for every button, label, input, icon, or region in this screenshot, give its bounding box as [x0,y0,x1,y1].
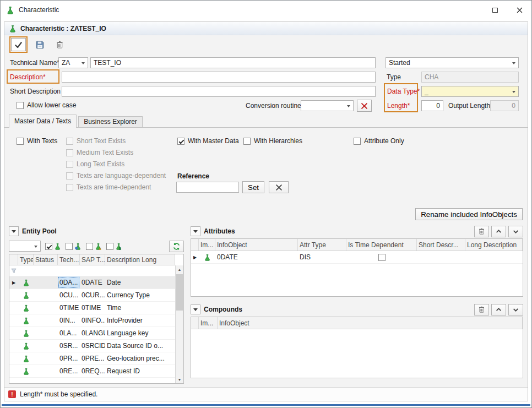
cell-desc: Data Source ID o... [105,340,175,352]
conversion-routine-combo[interactable] [301,100,354,111]
with-hierarchies-checkbox[interactable]: With Hierarchies [243,137,302,145]
filter-units-checkbox[interactable] [66,243,82,250]
cell-desc: Date [105,276,175,289]
data-type-combo[interactable]: _ [421,86,519,97]
status-combo[interactable]: Started [386,57,519,68]
vertical-scrollbar[interactable]: ▲ ▼ [175,265,183,383]
move-attribute-down-button[interactable] [508,226,523,237]
characteristic-icon [23,304,30,312]
column-header-tech[interactable]: Tech... [58,254,80,265]
rename-included-infoobjects-button[interactable]: Rename included InfoObjects [415,208,523,220]
table-row[interactable]: ▶ 0DATE DIS [191,251,523,264]
long-text-exists-checkbox[interactable]: Long Text Exists [66,160,124,168]
characteristic-icon [23,330,30,337]
filter-key-figures-checkbox[interactable]: $ [106,243,122,250]
description-input[interactable] [62,72,376,83]
checkbox-icon [17,102,24,109]
chevron-up-icon [496,229,502,235]
time-dependent-checkbox[interactable] [378,254,386,261]
reference-clear-button[interactable] [269,181,289,193]
attributes-table: Im... InfoObject Attr Type Is Time Depen… [191,238,523,297]
characteristic-icon [204,254,211,261]
scroll-up-icon[interactable]: ▲ [176,265,183,273]
tab-business-explorer[interactable]: Business Explorer [78,116,143,128]
column-header-infoobject[interactable]: InfoObject [218,317,523,329]
column-header-description[interactable]: Description Long [105,254,175,265]
form-header: Characteristic : ZATEST_IO [4,22,528,35]
column-header-is-time-dependent[interactable]: Is Time Dependent [346,239,417,251]
reference-set-button[interactable]: Set [242,181,264,193]
table-row[interactable]: 0CU... 0CUR... Currency Type [9,289,175,302]
short-description-input[interactable] [62,86,376,97]
rename-row: Rename included InfoObjects [4,204,528,224]
clear-conversion-routine-button[interactable] [357,100,372,112]
column-header-im[interactable]: Im... [199,317,218,329]
move-compound-up-button[interactable] [491,304,506,315]
chevron-down-icon [193,230,198,235]
table-row[interactable]: 0TIME 0TIME Time [9,302,175,314]
with-texts-checkbox[interactable]: With Texts [17,137,57,145]
delete-compound-button[interactable] [474,304,489,315]
technical-name-label: Technical Name* [10,57,59,68]
table-row[interactable]: 0LA... 0LANGU Language key [9,327,175,340]
attribute-only-checkbox[interactable]: Attribute Only [354,137,404,145]
tab-master-data-texts[interactable]: Master Data / Texts [9,115,77,128]
table-row[interactable]: ▶ 0DA... 0DATE Date [9,276,175,289]
characteristic-icon [6,6,14,14]
filter-attributes-checkbox[interactable]: A [86,243,102,250]
refresh-button[interactable] [169,241,184,252]
allow-lower-case-checkbox[interactable]: Allow lower case [17,101,76,109]
table-row[interactable]: 0RE... 0REQ... Request ID [9,365,175,378]
maximize-button[interactable] [483,1,507,19]
delete-button[interactable] [52,38,67,51]
characteristic-type-icon [54,243,61,250]
close-button[interactable] [507,1,531,19]
entity-pool-panel: Entity Pool A $ Type Status Tech... [9,224,184,384]
cell-sap: 0LANGU [80,327,105,339]
collapse-attributes-button[interactable] [191,226,200,236]
delete-attribute-button[interactable] [474,226,489,237]
texts-time-dependent-checkbox[interactable]: Texts are time-dependent [66,183,151,191]
collapse-compounds-button[interactable] [191,304,200,314]
namespace-combo[interactable]: ZA [58,57,88,68]
filter-row[interactable] [9,265,175,276]
length-input[interactable]: 0 [421,100,443,111]
svg-text:$: $ [119,246,121,249]
reference-input[interactable] [176,182,239,193]
column-header-infoobject[interactable]: InfoObject [215,239,298,251]
column-header-attr-type[interactable]: Attr Type [298,239,346,251]
scrollbar-thumb[interactable] [176,274,183,311]
toolbar [4,35,528,54]
column-header-im[interactable]: Im... [199,239,215,251]
column-header-type[interactable]: Type [18,254,34,265]
texts-language-dependent-checkbox[interactable]: Texts are language-dependent [66,172,166,179]
key-figure-type-icon: $ [115,243,122,250]
table-row[interactable]: 0PR... 0PRE... Geo-location prec... [9,352,175,365]
activate-button[interactable] [11,38,26,51]
characteristic-icon [23,342,30,350]
column-header-status[interactable]: Status [34,254,58,265]
technical-name-input[interactable]: TEST_IO [90,57,376,68]
checkbox-checked-icon [177,138,184,145]
column-header-short-descr[interactable]: Short Descr... [417,239,465,251]
compounds-table-header: Im... InfoObject [191,317,523,329]
characteristic-icon [23,292,30,299]
table-row[interactable]: 0IN... 0INFO... InfoProvider [9,314,175,327]
collapse-entity-pool-button[interactable] [9,226,19,236]
move-compound-down-button[interactable] [508,304,523,315]
short-text-exists-checkbox[interactable]: Short Text Exists [66,137,126,145]
move-attribute-up-button[interactable] [491,226,506,237]
table-row[interactable]: 0SR... 0SRCID Data Source ID o... [9,340,175,352]
cell-attr-type: DIS [298,251,346,263]
with-master-data-checkbox[interactable]: With Master Data [177,137,239,145]
column-header-sap[interactable]: SAP T... [80,254,105,265]
entity-pool-filter-combo[interactable] [9,241,41,252]
medium-text-exists-checkbox[interactable]: Medium Text Exists [66,149,133,156]
column-header-long-description[interactable]: Long Description [465,239,523,251]
save-button[interactable] [32,38,47,51]
characteristic-icon [23,317,30,324]
scroll-down-icon[interactable]: ▼ [176,376,183,383]
trash-icon [56,40,64,49]
filter-characteristics-checkbox[interactable] [45,243,61,250]
entity-pool-toolbar: A $ [9,238,184,254]
